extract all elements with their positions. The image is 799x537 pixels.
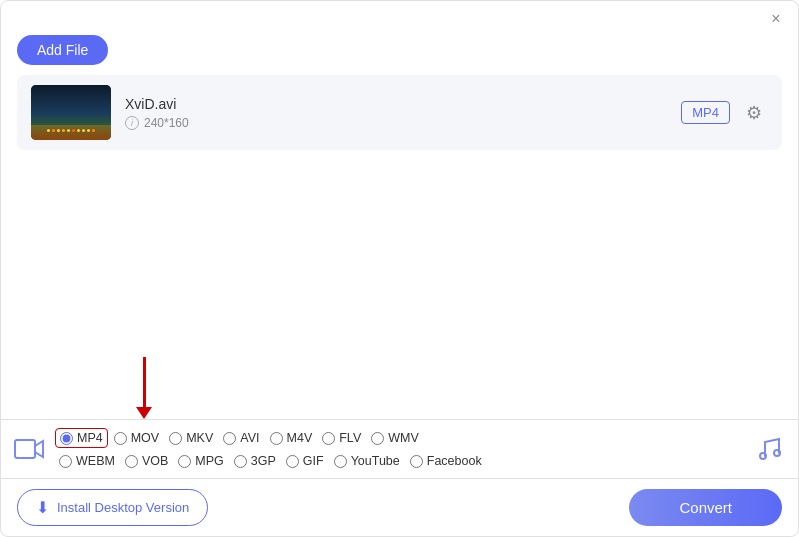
file-item: XviD.avi i 240*160 MP4 ⚙ <box>17 75 782 150</box>
file-resolution: 240*160 <box>144 116 189 130</box>
arrow-down <box>136 357 152 419</box>
install-desktop-button[interactable]: ⬇ Install Desktop Version <box>17 489 208 526</box>
video-format-icon <box>11 431 47 467</box>
file-name: XviD.avi <box>125 96 667 112</box>
format-facebook[interactable]: Facebook <box>406 452 486 470</box>
install-label: Install Desktop Version <box>57 500 189 515</box>
format-mpg[interactable]: MPG <box>174 452 227 470</box>
title-bar: × <box>1 1 798 29</box>
app-window: × Add File <box>0 0 799 537</box>
format-vob[interactable]: VOB <box>121 452 172 470</box>
format-selector: MP4 MOV MKV AVI M4V <box>1 419 798 478</box>
file-list: XviD.avi i 240*160 MP4 ⚙ <box>1 75 798 349</box>
arrow-annotation <box>1 349 798 419</box>
file-thumbnail <box>31 85 111 140</box>
format-wmv[interactable]: WMV <box>367 429 423 447</box>
format-gif[interactable]: GIF <box>282 452 328 470</box>
bottom-bar: ⬇ Install Desktop Version Convert <box>1 478 798 536</box>
format-webm[interactable]: WEBM <box>55 452 119 470</box>
audio-format-icon <box>752 431 788 467</box>
svg-rect-0 <box>15 440 35 458</box>
info-icon: i <box>125 116 139 130</box>
svg-point-1 <box>760 453 766 459</box>
svg-point-2 <box>774 450 780 456</box>
convert-button[interactable]: Convert <box>629 489 782 526</box>
toolbar: Add File <box>1 29 798 75</box>
settings-icon[interactable]: ⚙ <box>740 99 768 127</box>
format-mkv[interactable]: MKV <box>165 429 217 447</box>
file-actions: MP4 ⚙ <box>681 99 768 127</box>
add-file-button[interactable]: Add File <box>17 35 108 65</box>
arrow-head <box>136 407 152 419</box>
format-3gp[interactable]: 3GP <box>230 452 280 470</box>
format-mov[interactable]: MOV <box>110 429 163 447</box>
file-info: XviD.avi i 240*160 <box>125 96 667 130</box>
arrow-line <box>143 357 146 407</box>
format-flv[interactable]: FLV <box>318 429 365 447</box>
file-meta: i 240*160 <box>125 116 667 130</box>
download-icon: ⬇ <box>36 498 49 517</box>
format-youtube[interactable]: YouTube <box>330 452 404 470</box>
format-avi[interactable]: AVI <box>219 429 263 447</box>
format-mp4[interactable]: MP4 <box>55 428 108 448</box>
close-button[interactable]: × <box>766 9 786 29</box>
format-badge[interactable]: MP4 <box>681 101 730 124</box>
format-m4v[interactable]: M4V <box>266 429 317 447</box>
